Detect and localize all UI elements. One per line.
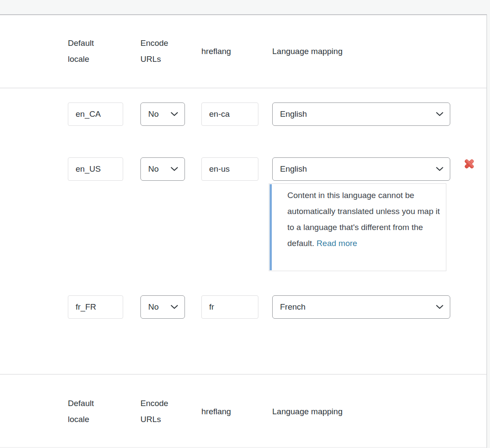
delete-language-button[interactable] bbox=[462, 158, 476, 171]
chevron-down-icon bbox=[436, 167, 443, 171]
language-mapping-notice: Content in this language cannot be autom… bbox=[269, 183, 446, 271]
notice-text: Content in this language cannot be autom… bbox=[269, 184, 446, 271]
column-header-encode-urls: Encode URLs bbox=[140, 35, 184, 67]
notice-message: Content in this language cannot be autom… bbox=[287, 191, 440, 248]
hreflang-input[interactable] bbox=[201, 102, 258, 126]
language-mapping-select[interactable]: English bbox=[272, 102, 450, 126]
default-locale-input[interactable] bbox=[68, 157, 123, 181]
table-footer-divider bbox=[0, 374, 487, 374]
column-footer-encode-urls: Encode URLs bbox=[140, 395, 184, 427]
encode-urls-select-value: No bbox=[148, 109, 171, 119]
chevron-down-icon bbox=[171, 112, 178, 116]
column-header-hreflang: hreflang bbox=[201, 43, 231, 59]
language-mapping-select[interactable]: French bbox=[272, 295, 450, 319]
language-mapping-select-value: English bbox=[280, 164, 436, 174]
column-footer-language-mapping: Language mapping bbox=[272, 403, 343, 419]
table-header-divider bbox=[0, 88, 487, 88]
encode-urls-select[interactable]: No bbox=[140, 157, 185, 181]
column-header-language-mapping: Language mapping bbox=[272, 43, 343, 59]
default-locale-input[interactable] bbox=[68, 295, 123, 319]
chevron-down-icon bbox=[171, 167, 178, 171]
column-header-default-locale: Default locale bbox=[68, 35, 111, 67]
column-footer-default-locale: Default locale bbox=[68, 395, 111, 427]
encode-urls-select[interactable]: No bbox=[140, 102, 185, 126]
language-mapping-select-value: French bbox=[280, 302, 436, 312]
delete-x-icon bbox=[463, 158, 476, 170]
language-mapping-select-value: English bbox=[280, 109, 436, 119]
settings-page: Default locale Encode URLs hreflang Lang… bbox=[0, 0, 490, 448]
chevron-down-icon bbox=[171, 305, 178, 309]
hreflang-input[interactable] bbox=[201, 157, 258, 181]
hreflang-input[interactable] bbox=[201, 295, 258, 319]
encode-urls-select-value: No bbox=[148, 302, 171, 312]
read-more-link[interactable]: Read more bbox=[317, 239, 357, 248]
table-bottom-divider bbox=[0, 447, 487, 448]
encode-urls-select-value: No bbox=[148, 164, 171, 174]
column-footer-hreflang: hreflang bbox=[201, 403, 231, 419]
default-locale-input[interactable] bbox=[68, 102, 123, 126]
language-mapping-select[interactable]: English bbox=[272, 157, 450, 181]
chevron-down-icon bbox=[436, 305, 443, 309]
encode-urls-select[interactable]: No bbox=[140, 295, 185, 319]
chevron-down-icon bbox=[436, 112, 443, 116]
